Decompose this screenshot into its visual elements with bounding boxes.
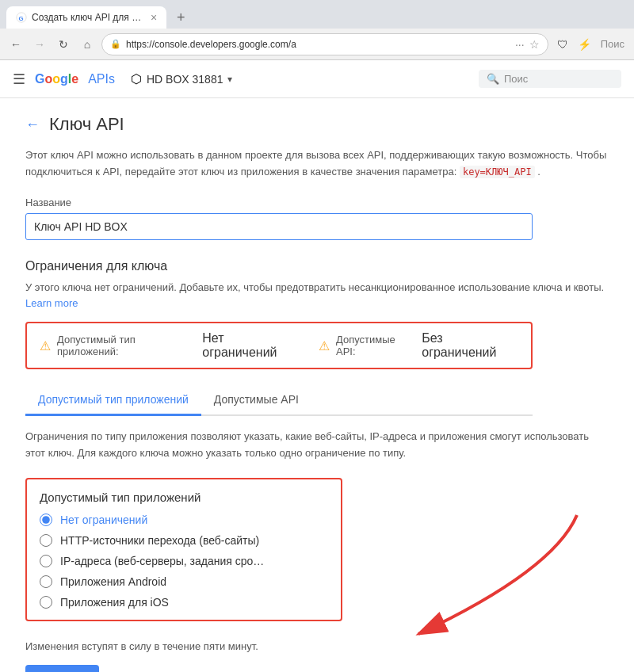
warning-value-2: Без ограничений xyxy=(422,331,518,360)
warning-icon-2: ⚠ xyxy=(319,338,330,353)
project-dropdown-arrow: ▾ xyxy=(227,74,232,85)
radio-label-4: Приложения для iOS xyxy=(60,596,169,609)
new-tab-button[interactable]: + xyxy=(170,6,192,29)
footer-note: Изменения вступят в силу в течение пяти … xyxy=(25,640,609,652)
warning-banner: ⚠ Допустимый тип приложений: Нет огранич… xyxy=(25,322,533,369)
restrictions-description: У этого ключа нет ограничений. Добавьте … xyxy=(25,280,609,313)
back-button[interactable]: ← xyxy=(6,35,25,54)
restrictions-section-title: Ограничения для ключа xyxy=(25,259,609,273)
radio-label-3: Приложения Android xyxy=(60,575,166,588)
api-key-name-input[interactable] xyxy=(25,213,533,240)
warning-value-1: Нет ограничений xyxy=(202,331,300,360)
star-icon[interactable]: ☆ xyxy=(529,38,540,51)
radio-item-ios[interactable]: Приложения для iOS xyxy=(40,596,328,609)
address-bar[interactable]: 🔒 https://console.developers.google.com/… xyxy=(101,33,548,55)
search-button[interactable]: Поис xyxy=(598,35,628,54)
radio-item-ip[interactable]: IP-адреса (веб-серверы, задания сро… xyxy=(40,555,328,567)
radio-label-0: Нет ограничений xyxy=(60,514,147,526)
warning-item-1: ⚠ Допустимый тип приложений: Нет огранич… xyxy=(40,331,300,360)
restrictions-box-title: Допустимый тип приложений xyxy=(40,491,328,504)
page-description: Этот ключ API можно использовать в данно… xyxy=(25,147,609,181)
field-label: Название xyxy=(25,197,609,208)
cancel-button[interactable]: Отмена xyxy=(109,665,174,672)
lock-icon: 🔒 xyxy=(110,39,121,49)
page-header: ← Ключ API xyxy=(25,114,609,135)
warning-label-2: Допустимые API: xyxy=(336,334,415,357)
radio-label-1: HTTP-источники перехода (веб-сайты) xyxy=(60,534,259,547)
warning-item-2: ⚠ Допустимые API: Без ограничений xyxy=(319,331,518,360)
radio-item-http[interactable]: HTTP-источники перехода (веб-сайты) xyxy=(40,534,328,547)
header-search[interactable]: 🔍 Поис xyxy=(479,70,621,88)
apis-label: APIs xyxy=(88,72,115,86)
warning-label-1: Допустимый тип приложений: xyxy=(57,334,196,357)
code-snippet: key=КЛЮЧ_API xyxy=(460,166,535,178)
create-button[interactable]: Создать xyxy=(25,665,99,672)
navigation-bar: ← → ↻ ⌂ 🔒 https://console.developers.goo… xyxy=(0,29,634,60)
google-logo: G o o g l e xyxy=(35,72,78,86)
shield-icon: 🛡 xyxy=(553,35,572,54)
action-buttons: Создать Отмена xyxy=(25,665,609,672)
tab-close-button[interactable]: × xyxy=(151,11,157,24)
project-icon: ⬡ xyxy=(131,71,142,86)
radio-android[interactable] xyxy=(40,575,52,588)
radio-group: Нет ограничений HTTP-источники перехода … xyxy=(40,514,328,609)
radio-ip[interactable] xyxy=(40,555,52,567)
learn-more-link[interactable]: Learn more xyxy=(25,297,78,309)
radio-ios[interactable] xyxy=(40,596,52,609)
project-selector[interactable]: ⬡ HD BOX 31881 ▾ xyxy=(124,68,239,90)
content-area: ← Ключ API Этот ключ API можно использов… xyxy=(0,98,634,672)
restrictions-box: Допустимый тип приложений Нет ограничени… xyxy=(25,478,342,621)
radio-item-no-restrictions[interactable]: Нет ограничений xyxy=(40,514,328,526)
radio-no-restrictions[interactable] xyxy=(40,514,52,526)
svg-text:G: G xyxy=(19,15,24,22)
search-label: Поис xyxy=(504,73,528,85)
warning-icon-1: ⚠ xyxy=(40,338,51,353)
tab-favicon: G xyxy=(16,12,27,23)
tab-app-type[interactable]: Допустимый тип приложений xyxy=(25,385,201,416)
browser-tab[interactable]: G Создать ключ API для платфо × xyxy=(6,6,166,29)
nav-dots: ··· xyxy=(515,38,525,51)
radio-item-android[interactable]: Приложения Android xyxy=(40,575,328,588)
radio-http[interactable] xyxy=(40,534,52,547)
restrictions-tabs: Допустимый тип приложений Допустимые API xyxy=(25,385,533,416)
refresh-button[interactable]: ↻ xyxy=(54,35,73,54)
url-text: https://console.developers.google.com/a xyxy=(126,39,510,50)
nav-action-buttons: 🛡 ⚡ Поис xyxy=(553,35,628,54)
menu-button[interactable]: ☰ xyxy=(13,71,25,88)
home-button[interactable]: ⌂ xyxy=(78,35,97,54)
extensions-icon[interactable]: ⚡ xyxy=(575,35,594,54)
page-back-button[interactable]: ← xyxy=(25,116,40,133)
app-header: ☰ G o o g l e APIs ⬡ HD BOX 31881 ▾ 🔍 По… xyxy=(0,60,634,98)
search-icon: 🔍 xyxy=(487,73,499,85)
tab-allowed-apis[interactable]: Допустимые API xyxy=(201,385,311,416)
page-title: Ключ API xyxy=(49,114,124,135)
forward-button[interactable]: → xyxy=(30,35,49,54)
tab-description: Ограничения по типу приложения позволяют… xyxy=(25,429,609,462)
radio-label-2: IP-адреса (веб-серверы, задания сро… xyxy=(60,555,264,567)
project-name: HD BOX 31881 xyxy=(147,73,223,86)
tab-title: Создать ключ API для платфо xyxy=(32,12,143,23)
